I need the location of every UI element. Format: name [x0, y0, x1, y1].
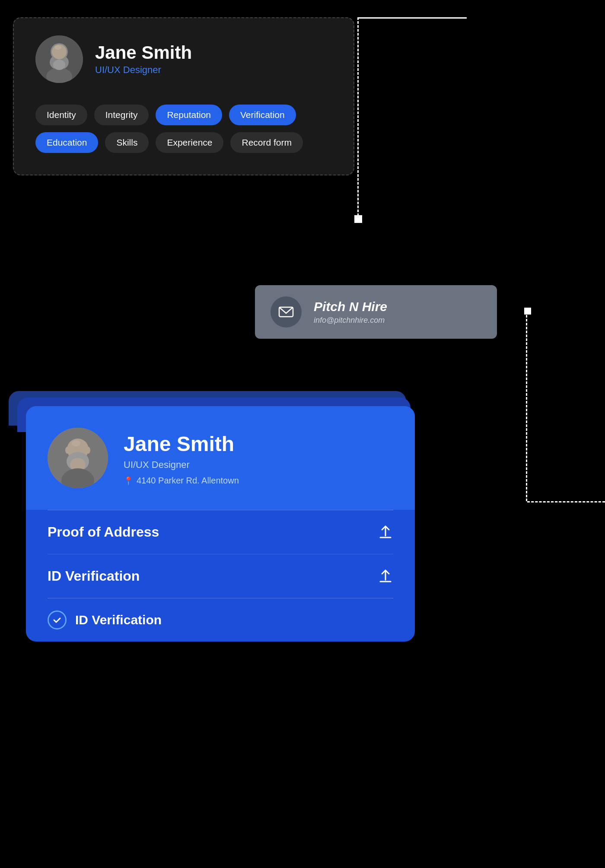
profile-role: UI/UX Designer: [95, 64, 192, 76]
blue-profile-name: Jane Smith: [124, 432, 239, 456]
profile-info: Jane Smith UI/UX Designer: [95, 43, 192, 76]
email-icon-circle: [271, 296, 302, 327]
tag-skills[interactable]: Skills: [105, 132, 149, 153]
tag-experience[interactable]: Experience: [156, 132, 223, 153]
tags-container: Identity Integrity Reputation Verificati…: [35, 105, 332, 153]
svg-point-6: [54, 45, 61, 50]
list-item-proof: Proof of Address: [48, 510, 393, 554]
company-email: info@pitchnhire.com: [314, 316, 387, 325]
profile-header: Jane Smith UI/UX Designer: [35, 35, 332, 83]
check-circle-icon: [48, 610, 67, 630]
tag-record-form[interactable]: Record form: [230, 132, 303, 153]
svg-point-15: [86, 447, 90, 454]
upload-icon-proof[interactable]: [378, 525, 393, 540]
company-name: Pitch N Hire: [314, 299, 387, 314]
location-icon: 📍: [124, 476, 133, 486]
blue-profile-address: 📍 4140 Parker Rd. Allentown: [124, 476, 239, 486]
blue-avatar: [48, 428, 108, 488]
envelope-icon: [278, 304, 294, 320]
tag-integrity[interactable]: Integrity: [94, 105, 149, 125]
tag-verification[interactable]: Verification: [229, 105, 296, 125]
profile-card-blue: Jane Smith UI/UX Designer 📍 4140 Parker …: [26, 406, 415, 642]
upload-icon-id[interactable]: [378, 569, 393, 584]
profile-name: Jane Smith: [95, 43, 192, 63]
tag-reputation[interactable]: Reputation: [156, 105, 222, 125]
email-card: Pitch N Hire info@pitchnhire.com: [255, 285, 497, 339]
blue-card-header: Jane Smith UI/UX Designer 📍 4140 Parker …: [26, 406, 415, 510]
email-info: Pitch N Hire info@pitchnhire.com: [314, 299, 387, 325]
blue-card-info: Jane Smith UI/UX Designer 📍 4140 Parker …: [124, 428, 239, 486]
svg-point-13: [72, 440, 80, 446]
tag-education[interactable]: Education: [35, 132, 98, 153]
svg-point-14: [65, 447, 70, 454]
blue-list: Proof of Address ID Verification: [26, 510, 415, 598]
verified-item: ID Verification: [26, 598, 415, 642]
svg-point-4: [53, 60, 65, 70]
list-item-id-verify: ID Verification: [48, 554, 393, 598]
id-verify-label: ID Verification: [48, 568, 140, 584]
tag-identity[interactable]: Identity: [35, 105, 87, 125]
proof-label: Proof of Address: [48, 524, 159, 540]
verified-label: ID Verification: [75, 613, 162, 627]
avatar: [35, 35, 83, 83]
profile-card-dark: Jane Smith UI/UX Designer Identity Integ…: [13, 17, 354, 175]
blue-profile-role: UI/UX Designer: [124, 459, 239, 471]
